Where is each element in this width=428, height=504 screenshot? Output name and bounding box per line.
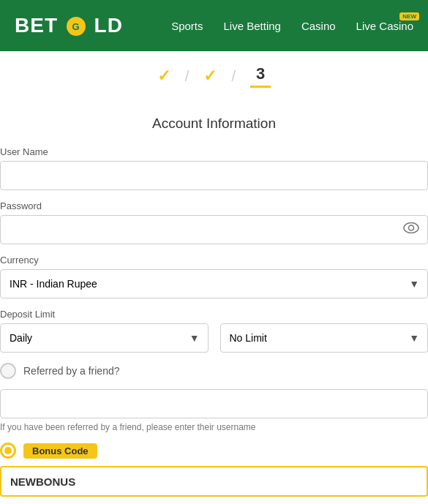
deposit-limit-group: Deposit Limit Daily Weekly Monthly ▼ No … <box>0 309 428 353</box>
referred-group: Referred by a friend? If you have been r… <box>0 363 428 432</box>
svg-text:G: G <box>72 21 80 32</box>
form-area: Account Information User Name Password C… <box>0 101 428 504</box>
nav-live-casino[interactable]: Live Casino NEW <box>356 20 413 32</box>
form-title: Account Information <box>0 116 428 132</box>
username-label: User Name <box>0 146 428 157</box>
nav-casino[interactable]: Casino <box>301 20 336 32</box>
new-badge: NEW <box>399 12 419 20</box>
step-divider-2: / <box>231 68 236 85</box>
bonus-code-radio[interactable] <box>0 443 16 459</box>
referred-radio-row: Referred by a friend? <box>0 363 428 379</box>
deposit-period-select[interactable]: Daily Weekly Monthly <box>0 323 209 353</box>
step3-number: 3 <box>250 64 271 88</box>
referred-radio[interactable] <box>0 363 16 379</box>
svg-point-2 <box>404 223 418 233</box>
password-input[interactable] <box>0 215 428 244</box>
stepper: ✓ / ✓ / 3 <box>0 51 428 101</box>
deposit-period-wrapper: Daily Weekly Monthly ▼ <box>0 323 209 353</box>
step-divider-1: / <box>185 68 189 85</box>
toggle-password-icon[interactable] <box>403 222 419 238</box>
header: BET G LD Sports Live Betting Casino Live… <box>0 0 428 51</box>
step2-check: ✓ <box>203 67 217 86</box>
password-wrapper <box>0 215 428 244</box>
nav-sports[interactable]: Sports <box>171 20 203 32</box>
username-group: User Name <box>0 146 428 190</box>
logo-text: BET G LD <box>15 14 123 38</box>
logo: BET G LD <box>15 14 123 38</box>
currency-label: Currency <box>0 255 428 266</box>
step1-check: ✓ <box>157 67 170 86</box>
nav-live-betting[interactable]: Live Betting <box>224 20 281 32</box>
svg-point-3 <box>409 225 414 230</box>
deposit-amount-wrapper: No Limit 100 500 1000 ▼ <box>220 323 429 353</box>
referred-hint: If you have been referred by a friend, p… <box>0 422 428 432</box>
bonus-code-label: Bonus Code <box>23 443 97 459</box>
currency-wrapper: INR - Indian Rupee USD - US Dollar EUR -… <box>0 269 428 298</box>
currency-select[interactable]: INR - Indian Rupee USD - US Dollar EUR -… <box>0 269 428 298</box>
deposit-row: Daily Weekly Monthly ▼ No Limit 100 500 … <box>0 323 428 353</box>
currency-group: Currency INR - Indian Rupee USD - US Dol… <box>0 255 428 298</box>
deposit-limit-label: Deposit Limit <box>0 309 428 320</box>
step-1: ✓ <box>157 67 170 86</box>
logo-gold: G <box>58 14 94 37</box>
bonus-code-row: Bonus Code <box>0 443 428 459</box>
bonus-code-input[interactable] <box>0 466 428 497</box>
logo-ld: LD <box>94 14 123 37</box>
live-casino-label: Live Casino <box>356 20 413 32</box>
referred-label: Referred by a friend? <box>23 365 120 377</box>
main-nav: Sports Live Betting Casino Live Casino N… <box>171 20 413 32</box>
logo-bet: BET <box>15 14 58 37</box>
step-2: ✓ <box>203 67 217 86</box>
deposit-amount-select[interactable]: No Limit 100 500 1000 <box>220 323 429 353</box>
logo-icon: G <box>65 15 87 37</box>
password-group: Password <box>0 200 428 244</box>
referred-input[interactable] <box>0 389 428 418</box>
step-3: 3 <box>250 64 271 88</box>
password-label: Password <box>0 200 428 211</box>
bonus-code-input-wrapper <box>0 466 428 497</box>
username-input[interactable] <box>0 161 428 190</box>
